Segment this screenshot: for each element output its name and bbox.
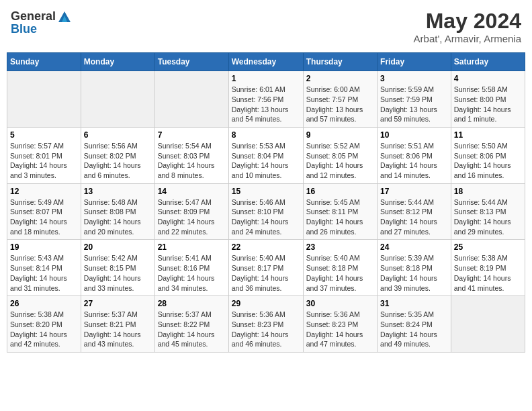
day-info: Sunrise: 5:50 AMSunset: 8:06 PMDaylight:… [454,142,511,179]
main-title: May 2024 [414,9,521,33]
day-number: 27 [84,299,152,308]
calendar-table: SundayMondayTuesdayWednesdayThursdayFrid… [7,52,525,353]
day-info: Sunrise: 5:47 AMSunset: 8:09 PMDaylight:… [158,198,215,236]
day-info: Sunrise: 5:35 AMSunset: 8:24 PMDaylight:… [380,310,437,348]
calendar-cell [154,71,228,128]
calendar-cell: 9 Sunrise: 5:52 AMSunset: 8:05 PMDayligh… [303,127,377,183]
calendar-cell: 18 Sunrise: 5:44 AMSunset: 8:13 PMDaylig… [451,183,525,240]
day-info: Sunrise: 5:36 AMSunset: 8:23 PMDaylight:… [306,310,363,348]
day-info: Sunrise: 5:44 AMSunset: 8:13 PMDaylight:… [454,198,511,236]
day-number: 23 [306,242,374,252]
calendar-cell: 3 Sunrise: 5:59 AMSunset: 7:59 PMDayligh… [378,71,451,128]
calendar-week-row: 26 Sunrise: 5:38 AMSunset: 8:20 PMDaylig… [7,296,525,353]
day-info: Sunrise: 6:00 AMSunset: 7:57 PMDaylight:… [306,85,363,123]
title-block: May 2024 Arbat', Armavir, Armenia [414,9,521,44]
day-number: 2 [306,74,374,83]
calendar-week-row: 5 Sunrise: 5:57 AMSunset: 8:01 PMDayligh… [7,127,525,183]
day-info: Sunrise: 5:41 AMSunset: 8:16 PMDaylight:… [158,254,215,291]
weekday-header: Wednesday [228,53,303,71]
calendar-week-row: 1 Sunrise: 6:01 AMSunset: 7:56 PMDayligh… [7,71,525,128]
calendar-cell: 19 Sunrise: 5:43 AMSunset: 8:14 PMDaylig… [7,240,81,296]
day-info: Sunrise: 5:49 AMSunset: 8:07 PMDaylight:… [10,198,67,236]
day-info: Sunrise: 5:52 AMSunset: 8:05 PMDaylight:… [306,142,363,179]
day-number: 17 [380,187,448,196]
day-number: 11 [454,130,522,140]
day-info: Sunrise: 5:36 AMSunset: 8:23 PMDaylight:… [232,310,289,348]
calendar-cell: 10 Sunrise: 5:51 AMSunset: 8:06 PMDaylig… [378,127,451,183]
calendar-cell: 7 Sunrise: 5:54 AMSunset: 8:03 PMDayligh… [154,127,228,183]
day-number: 22 [232,242,300,252]
day-number: 12 [10,187,78,196]
day-number: 6 [84,130,152,140]
location-subtitle: Arbat', Armavir, Armenia [414,33,521,44]
day-info: Sunrise: 5:37 AMSunset: 8:21 PMDaylight:… [84,310,141,348]
calendar-cell: 4 Sunrise: 5:58 AMSunset: 8:00 PMDayligh… [451,71,525,128]
day-number: 21 [158,242,226,252]
calendar-cell: 29 Sunrise: 5:36 AMSunset: 8:23 PMDaylig… [228,296,303,353]
calendar-cell: 13 Sunrise: 5:48 AMSunset: 8:08 PMDaylig… [81,183,154,240]
day-info: Sunrise: 5:48 AMSunset: 8:08 PMDaylight:… [84,198,141,236]
calendar-cell: 20 Sunrise: 5:42 AMSunset: 8:15 PMDaylig… [81,240,154,296]
day-info: Sunrise: 5:43 AMSunset: 8:14 PMDaylight:… [10,254,67,291]
calendar-cell [81,71,154,128]
day-info: Sunrise: 5:51 AMSunset: 8:06 PMDaylight:… [380,142,437,179]
day-info: Sunrise: 5:40 AMSunset: 8:18 PMDaylight:… [306,254,363,291]
page-header: General Blue May 2024 Arbat', Armavir, A… [7,7,525,47]
day-info: Sunrise: 5:38 AMSunset: 8:20 PMDaylight:… [10,310,67,348]
day-info: Sunrise: 6:01 AMSunset: 7:56 PMDaylight:… [232,85,289,123]
calendar-cell: 21 Sunrise: 5:41 AMSunset: 8:16 PMDaylig… [154,240,228,296]
calendar-cell: 14 Sunrise: 5:47 AMSunset: 8:09 PMDaylig… [154,183,228,240]
weekday-header: Monday [81,53,154,71]
day-number: 3 [380,74,448,83]
calendar-cell: 1 Sunrise: 6:01 AMSunset: 7:56 PMDayligh… [228,71,303,128]
weekday-header: Saturday [451,53,525,71]
logo-general-text: General [11,9,56,24]
day-info: Sunrise: 5:42 AMSunset: 8:15 PMDaylight:… [84,254,141,291]
calendar-cell: 26 Sunrise: 5:38 AMSunset: 8:20 PMDaylig… [7,296,81,353]
day-number: 19 [10,242,78,252]
day-info: Sunrise: 5:56 AMSunset: 8:02 PMDaylight:… [84,142,141,179]
calendar-cell: 27 Sunrise: 5:37 AMSunset: 8:21 PMDaylig… [81,296,154,353]
day-info: Sunrise: 5:37 AMSunset: 8:22 PMDaylight:… [158,310,215,348]
weekday-header: Tuesday [154,53,228,71]
calendar-cell: 8 Sunrise: 5:53 AMSunset: 8:04 PMDayligh… [228,127,303,183]
day-info: Sunrise: 5:59 AMSunset: 7:59 PMDaylight:… [380,85,437,123]
day-info: Sunrise: 5:46 AMSunset: 8:10 PMDaylight:… [232,198,289,236]
calendar-cell: 17 Sunrise: 5:44 AMSunset: 8:12 PMDaylig… [378,183,451,240]
weekday-header: Friday [378,53,451,71]
day-number: 4 [454,74,522,83]
logo-icon [58,11,71,22]
day-number: 1 [232,74,300,83]
day-info: Sunrise: 5:45 AMSunset: 8:11 PMDaylight:… [306,198,363,236]
day-number: 25 [454,242,522,252]
calendar-week-row: 19 Sunrise: 5:43 AMSunset: 8:14 PMDaylig… [7,240,525,296]
day-info: Sunrise: 5:58 AMSunset: 8:00 PMDaylight:… [454,85,511,123]
logo-blue-text: Blue [11,22,37,36]
calendar-cell: 24 Sunrise: 5:39 AMSunset: 8:18 PMDaylig… [378,240,451,296]
day-number: 13 [84,187,152,196]
logo: General Blue [11,9,71,36]
calendar-cell: 6 Sunrise: 5:56 AMSunset: 8:02 PMDayligh… [81,127,154,183]
day-number: 26 [10,299,78,308]
calendar-cell [451,296,525,353]
weekday-header-row: SundayMondayTuesdayWednesdayThursdayFrid… [7,53,525,71]
day-number: 31 [380,299,448,308]
day-number: 5 [10,130,78,140]
calendar-cell: 28 Sunrise: 5:37 AMSunset: 8:22 PMDaylig… [154,296,228,353]
calendar-cell: 22 Sunrise: 5:40 AMSunset: 8:17 PMDaylig… [228,240,303,296]
calendar-cell: 25 Sunrise: 5:38 AMSunset: 8:19 PMDaylig… [451,240,525,296]
day-info: Sunrise: 5:44 AMSunset: 8:12 PMDaylight:… [380,198,437,236]
calendar-cell: 16 Sunrise: 5:45 AMSunset: 8:11 PMDaylig… [303,183,377,240]
calendar-cell: 31 Sunrise: 5:35 AMSunset: 8:24 PMDaylig… [378,296,451,353]
day-info: Sunrise: 5:38 AMSunset: 8:19 PMDaylight:… [454,254,511,291]
calendar-cell: 2 Sunrise: 6:00 AMSunset: 7:57 PMDayligh… [303,71,377,128]
day-number: 10 [380,130,448,140]
day-number: 29 [232,299,300,308]
calendar-cell [7,71,81,128]
calendar-cell: 15 Sunrise: 5:46 AMSunset: 8:10 PMDaylig… [228,183,303,240]
day-number: 24 [380,242,448,252]
calendar-cell: 30 Sunrise: 5:36 AMSunset: 8:23 PMDaylig… [303,296,377,353]
calendar-cell: 11 Sunrise: 5:50 AMSunset: 8:06 PMDaylig… [451,127,525,183]
day-number: 16 [306,187,374,196]
day-number: 7 [158,130,226,140]
